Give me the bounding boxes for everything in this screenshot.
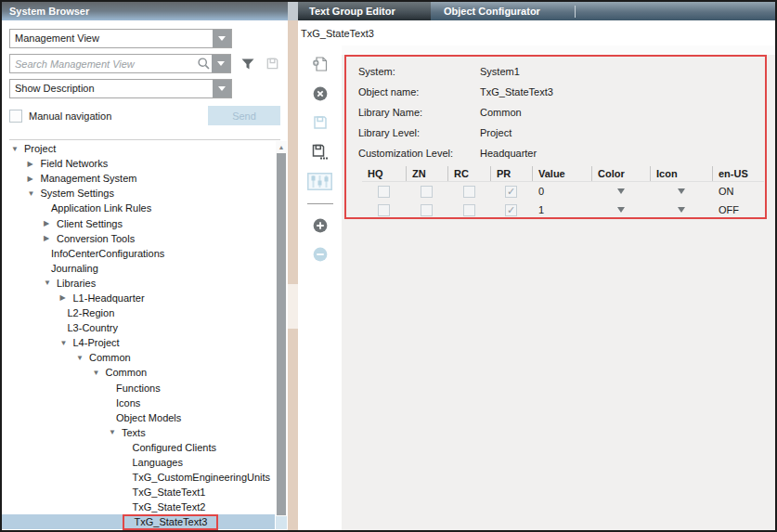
cell-zn [406, 182, 447, 201]
scrollbar-thumb[interactable] [277, 153, 286, 515]
save-as-icon[interactable] [311, 143, 329, 161]
add-row-icon[interactable] [312, 217, 329, 234]
tree-item-functions[interactable]: Functions [2, 381, 275, 396]
tree-item-configured-clients[interactable]: Configured Clients [2, 440, 275, 455]
tree-item-object-models[interactable]: Object Models [2, 410, 275, 425]
hq-checkbox[interactable] [378, 204, 390, 216]
panel-splitter[interactable] [288, 20, 298, 530]
tab-object-configurator[interactable]: Object Configurator [433, 2, 572, 20]
icon-dropdown-icon[interactable] [678, 207, 685, 213]
tree-collapse-icon[interactable]: ▼ [76, 354, 89, 362]
rc-checkbox[interactable] [463, 186, 475, 198]
tree-collapse-icon[interactable]: ▼ [11, 145, 24, 153]
color-dropdown-icon[interactable] [617, 207, 625, 213]
zn-checkbox[interactable] [421, 204, 433, 216]
tree-item-management-system[interactable]: ▶Management System [2, 171, 275, 186]
save-icon[interactable] [312, 114, 329, 131]
tree-expand-icon[interactable]: ▶ [60, 293, 73, 302]
pr-checkbox[interactable]: ✓ [505, 186, 517, 198]
tree-item-l2-region[interactable]: L2-Region [2, 305, 275, 320]
tree-item-label: TxG_StateText2 [133, 501, 206, 513]
view-selector[interactable]: Management View [9, 29, 232, 48]
tree-item-txg-customengineeringunits[interactable]: TxG_CustomEngineeringUnits [2, 470, 275, 485]
tree-collapse-icon[interactable]: ▼ [28, 189, 41, 198]
tree-collapse-icon[interactable]: ▼ [109, 428, 122, 436]
tree-scrollbar[interactable]: ▲ [276, 141, 287, 529]
tree-item-label: TxG_CustomEngineeringUnits [133, 472, 271, 483]
tree-item-l4-project[interactable]: ▼L4-Project [2, 335, 275, 350]
search-input[interactable] [10, 55, 195, 72]
field-value-library-name: Common [480, 102, 765, 123]
tree-item-languages[interactable]: Languages [2, 455, 275, 470]
form-field-row: Customization Level:Headquarter [346, 143, 765, 163]
splitter-top [288, 2, 298, 20]
form-field-row: System:System1 [346, 61, 765, 82]
color-dropdown-icon[interactable] [617, 188, 625, 194]
send-button[interactable]: Send [208, 106, 280, 125]
rc-checkbox[interactable] [463, 204, 475, 216]
search-icon[interactable] [195, 55, 212, 72]
tree-item-label: L1-Headquarter [73, 292, 145, 304]
cell-color [591, 201, 650, 219]
manual-navigation-checkbox[interactable] [9, 110, 22, 123]
cell-value[interactable]: 1 [532, 201, 591, 219]
remove-row-icon[interactable] [312, 246, 329, 263]
cell-hq [362, 182, 406, 201]
pr-checkbox[interactable]: ✓ [505, 204, 517, 216]
view-selector-dropdown-button[interactable] [213, 30, 231, 47]
tree-item-label: Field Networks [41, 158, 109, 169]
description-selector[interactable]: Show Description [9, 79, 232, 98]
scroll-down-button[interactable] [276, 516, 287, 529]
column-header-rc: RC [447, 166, 490, 181]
tree-item-system-settings[interactable]: ▼System Settings [2, 186, 275, 201]
divider [9, 139, 280, 140]
splitter-grip[interactable] [288, 284, 298, 329]
tree-collapse-icon[interactable]: ▼ [60, 339, 73, 347]
save-filter-icon[interactable] [265, 56, 280, 71]
tree-expand-icon[interactable]: ▶ [44, 219, 57, 227]
editor-toolbar [298, 45, 342, 530]
field-label: System: [346, 61, 480, 82]
icon-dropdown-icon[interactable] [678, 188, 685, 194]
form-field-row: Library Level:Project [346, 123, 765, 143]
scroll-up-icon[interactable]: ▲ [276, 141, 287, 152]
tree-item-infocenterconfigurations[interactable]: InfoCenterConfigurations [2, 246, 275, 261]
tree-item-txg-statetext2[interactable]: TxG_StateText2 [2, 500, 275, 514]
tree-item-libraries[interactable]: ▼Libraries [2, 276, 275, 291]
tree-item-field-networks[interactable]: ▶Field Networks [2, 156, 275, 171]
view-selector-value: Management View [10, 30, 213, 47]
tree-item-texts[interactable]: ▼Texts [2, 425, 275, 440]
tree-expand-icon[interactable]: ▶ [28, 175, 41, 183]
tree-item-project[interactable]: ▼Project [2, 141, 275, 156]
field-label: Library Level: [346, 123, 480, 143]
delete-icon[interactable] [312, 85, 329, 102]
tree-item-l3-country[interactable]: L3-Country [2, 320, 275, 335]
search-dropdown-button[interactable] [212, 55, 230, 72]
description-selector-dropdown-button[interactable] [213, 80, 231, 97]
tree-expand-icon[interactable]: ▶ [28, 160, 41, 168]
hq-checkbox[interactable] [378, 186, 390, 198]
tree-item-txg-statetext3[interactable]: TxG_StateText3 [2, 514, 275, 529]
filter-icon[interactable] [240, 57, 255, 71]
cell-hq [362, 201, 406, 219]
new-document-icon[interactable] [311, 55, 330, 73]
tab-text-group-editor[interactable]: Text Group Editor [298, 2, 431, 20]
tree-item-conversion-tools[interactable]: ▶Conversion Tools [2, 231, 275, 246]
tree-collapse-icon[interactable]: ▼ [93, 369, 106, 377]
tree-item-l1-headquarter[interactable]: ▶L1-Headquarter [2, 291, 275, 305]
tree-item-common[interactable]: ▼Common [2, 365, 275, 380]
cell-en-us[interactable]: ON [712, 182, 764, 201]
tree-item-application-link-rules[interactable]: Application Link Rules [2, 201, 275, 215]
tree-item-journaling[interactable]: Journaling [2, 261, 275, 276]
properties-icon[interactable] [307, 173, 332, 190]
tree-collapse-icon[interactable]: ▼ [44, 279, 57, 287]
tree-item-icons[interactable]: Icons [2, 396, 275, 410]
zn-checkbox[interactable] [421, 186, 433, 198]
tree-expand-icon[interactable]: ▶ [44, 234, 57, 242]
tree-item-common[interactable]: ▼Common [2, 350, 275, 365]
tree-item-txg-statetext1[interactable]: TxG_StateText1 [2, 485, 275, 500]
cell-value[interactable]: 0 [532, 182, 591, 201]
cell-en-us[interactable]: OFF [712, 201, 764, 219]
tree-item-client-settings[interactable]: ▶Client Settings [2, 215, 275, 230]
panel-title: System Browser [9, 6, 89, 17]
